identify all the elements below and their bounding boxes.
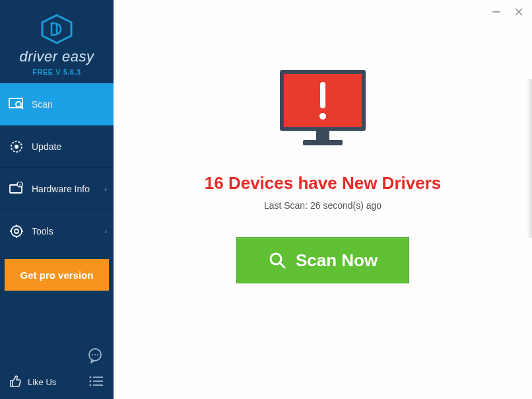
app-window: driver easy FREE V 5.6.3 Scan [0, 0, 532, 399]
thumbs-up-icon [8, 374, 24, 390]
tools-icon [8, 223, 25, 240]
svg-point-17 [92, 354, 93, 355]
chevron-right-icon: › [104, 227, 107, 235]
minimize-button[interactable] [490, 5, 503, 18]
sidebar-item-hardware-info[interactable]: i Hardware Info › [0, 168, 114, 210]
alert-monitor-icon [273, 66, 372, 155]
svg-point-10 [11, 226, 22, 236]
svg-line-36 [280, 263, 284, 268]
svg-point-20 [90, 377, 92, 379]
svg-point-6 [15, 145, 18, 149]
sidebar-item-label: Update [32, 141, 61, 152]
like-us-label: Like Us [28, 377, 56, 387]
like-us-button[interactable]: Like Us [8, 374, 56, 390]
logo-text: driver easy [19, 48, 94, 65]
scan-now-label: Scan Now [296, 250, 378, 271]
scan-icon [8, 96, 25, 113]
sidebar-item-update[interactable]: Update [0, 126, 114, 168]
svg-point-11 [15, 229, 18, 233]
update-icon [8, 138, 25, 155]
feedback-icon[interactable] [87, 347, 103, 366]
close-button[interactable] [512, 5, 525, 18]
svg-point-24 [90, 384, 92, 386]
search-icon [268, 251, 286, 270]
logo-area: driver easy FREE V 5.6.3 [0, 0, 114, 83]
window-controls [490, 5, 525, 18]
chevron-right-icon: › [104, 185, 107, 193]
edge-shadow [527, 79, 532, 238]
content: 16 Devices have New Drivers Last Scan: 2… [114, 0, 532, 283]
sidebar-item-label: Scan [32, 99, 53, 110]
scan-now-button[interactable]: Scan Now [236, 237, 409, 283]
get-pro-button[interactable]: Get pro version [5, 259, 109, 291]
hardware-info-icon: i [8, 180, 25, 198]
svg-rect-31 [316, 131, 329, 140]
sidebar: driver easy FREE V 5.6.3 Scan [0, 0, 114, 399]
headline: 16 Devices have New Drivers [205, 173, 441, 194]
svg-point-19 [97, 354, 98, 355]
sidebar-item-label: Hardware Info [32, 184, 90, 194]
sidebar-item-label: Tools [32, 226, 53, 236]
sidebar-item-tools[interactable]: Tools › [0, 210, 114, 252]
svg-point-3 [16, 102, 21, 107]
sidebar-item-scan[interactable]: Scan [0, 83, 114, 126]
sidebar-bottom: Like Us [0, 353, 114, 399]
svg-point-22 [90, 381, 92, 382]
logo-icon [40, 14, 74, 47]
svg-rect-32 [303, 140, 343, 145]
nav: Scan Update i [0, 83, 114, 252]
logo-version: FREE V 5.6.3 [32, 68, 81, 76]
last-scan-text: Last Scan: 26 second(s) ago [264, 200, 382, 211]
menu-icon[interactable] [88, 375, 104, 390]
pro-button-wrap: Get pro version [0, 252, 114, 291]
svg-point-34 [319, 113, 326, 120]
svg-point-18 [94, 354, 96, 355]
main-area: 16 Devices have New Drivers Last Scan: 2… [114, 0, 532, 399]
sidebar-spacer [0, 291, 114, 353]
